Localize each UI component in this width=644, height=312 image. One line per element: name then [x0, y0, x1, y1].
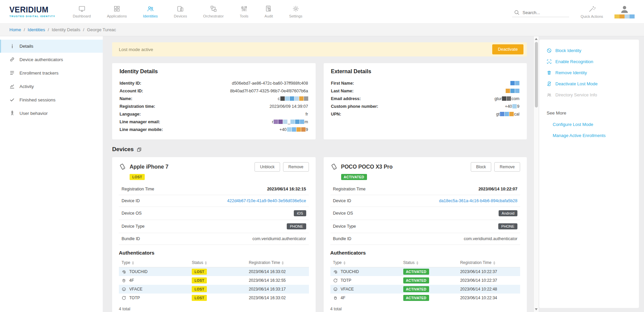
- device-type-badge: PHONE: [498, 223, 517, 229]
- nav-label: Audit: [265, 14, 273, 18]
- link-manage-active-enrollments[interactable]: Manage Active Enrollments: [539, 130, 639, 141]
- field-row-email-address: Email address: gturcom: [331, 95, 520, 102]
- nav-label: Identities: [143, 14, 158, 18]
- nav-item-audit[interactable]: Audit: [265, 5, 273, 18]
- breadcrumb-home[interactable]: Home: [9, 27, 21, 32]
- auth-type: TOUCHID: [341, 269, 359, 274]
- action-directory-service-info[interactable]: Directory Service Info: [539, 89, 639, 100]
- monitor-icon: [78, 5, 86, 12]
- brand-tagline: TRUSTED DIGITAL IDENTITY: [9, 15, 55, 18]
- device-card-apple-iphone-7: Apple iPhone 7 Unblock Remove LOST Regis…: [112, 157, 316, 312]
- action-enable-recognition[interactable]: Enable Recognition: [539, 56, 639, 67]
- auth-status-badge: ACTIVATED: [403, 286, 429, 292]
- sidebar-item-label: Enrollment trackers: [19, 71, 58, 76]
- search-input[interactable]: [522, 10, 564, 15]
- scroll-down-arrow-icon[interactable]: [535, 308, 538, 310]
- nav-item-identities[interactable]: Identities: [143, 5, 158, 18]
- column-registration-time[interactable]: Registration Time: [457, 258, 520, 267]
- bundle-id-value: com.veridiumid.authenticator: [464, 236, 517, 241]
- link-configure-lost-mode[interactable]: Configure Lost Mode: [539, 119, 639, 130]
- device-header: POCO POCO X3 Pro Block Remove: [330, 162, 520, 172]
- scrollbar-thumb[interactable]: [535, 42, 538, 107]
- brand-name: VERIDIUM: [9, 5, 55, 14]
- quick-actions-label: Quick Actions: [581, 14, 603, 18]
- user-avatar[interactable]: [614, 5, 635, 18]
- registration-time-value: 2023/06/14 10:22:07: [478, 187, 517, 191]
- directory-icon: [547, 92, 552, 97]
- device-status-row: ACTIVATED: [341, 174, 520, 180]
- device-row-bundle-id: Bundle ID com.veridiumid.authenticator: [330, 233, 520, 245]
- devices-icon: [177, 5, 184, 12]
- nav-label: Applications: [107, 14, 127, 18]
- devices-section-header: Devices: [112, 146, 527, 153]
- field-row-upn: UPN: gtcal: [331, 110, 520, 118]
- content-area: Details Device authenticators Enrollment…: [0, 36, 644, 312]
- orchestrator-icon: [210, 5, 217, 12]
- sidebar-item-finished-sessions[interactable]: Finished sessions: [0, 93, 103, 106]
- device-id-link[interactable]: da18ec5a-361a-4c16-b4b6-894cbafa5b28: [439, 198, 517, 203]
- sidebar-item-device-authenticators[interactable]: Device authenticators: [0, 53, 103, 66]
- auth-row-touchid: TOUCHID ACTIVATED 2023/06/14 10:22:37: [330, 267, 520, 276]
- hand-icon: [333, 296, 338, 300]
- breadcrumb: Home / Identities / Identity Details / G…: [0, 24, 644, 36]
- breadcrumb-separator: /: [48, 27, 49, 32]
- detail-cards-row: Identity Details Identity ID: d506ebd7-a…: [112, 63, 527, 139]
- nav-item-tools[interactable]: Tools: [240, 5, 248, 18]
- device-id-link[interactable]: 422d4b67-f10e-41a9-9e40-3e56d036e5ce: [227, 198, 306, 203]
- sidebar-item-details[interactable]: Details: [0, 40, 103, 53]
- unblock-button[interactable]: Unblock: [255, 162, 280, 172]
- veridium-logo[interactable]: VERIDIUM TRUSTED DIGITAL IDENTITY: [9, 5, 55, 18]
- auth-time: 2023/06/14 10:22:37: [457, 267, 520, 276]
- action-remove-identity[interactable]: Remove Identity: [539, 67, 639, 78]
- device-row-bundle-id: Bundle ID com.veridiumid.authenticator: [119, 233, 309, 245]
- block-button[interactable]: Block: [471, 162, 491, 172]
- field-label: First Name:: [331, 81, 354, 86]
- device-detail-rows: Registration Time 2023/06/14 16:32:15 De…: [119, 183, 309, 245]
- device-name: Apple iPhone 7: [130, 164, 169, 170]
- device-detail-rows: Registration Time 2023/06/14 10:22:07 De…: [330, 183, 520, 245]
- nav-label: Devices: [174, 14, 187, 18]
- nav-item-dashboard[interactable]: Dashboard: [73, 5, 91, 18]
- sidebar-item-activity[interactable]: Activity: [0, 80, 103, 93]
- auth-status-badge: LOST: [192, 286, 207, 292]
- field-label: Language:: [120, 112, 141, 117]
- nav-item-devices[interactable]: Devices: [174, 5, 187, 18]
- field-row-line-manager-email: Line manager email: r_m: [120, 118, 308, 126]
- external-window-icon[interactable]: [137, 147, 142, 152]
- auth-time: 2023/06/14 16:33:02: [246, 267, 309, 276]
- field-label: Identity ID:: [120, 81, 141, 86]
- field-label: Last Name:: [331, 89, 354, 93]
- device-header: Apple iPhone 7 Unblock Remove: [119, 162, 309, 172]
- quick-actions-button[interactable]: Quick Actions: [581, 5, 603, 18]
- action-block-identity[interactable]: Block Identity: [539, 45, 639, 56]
- deactivate-button[interactable]: Deactivate: [492, 44, 523, 54]
- sort-icon: [132, 261, 134, 265]
- device-row-device-id: Device ID 422d4b67-f10e-41a9-9e40-3e56d0…: [119, 195, 309, 207]
- column-type[interactable]: Type: [119, 258, 189, 267]
- nav-item-applications[interactable]: Applications: [107, 5, 127, 18]
- remove-button[interactable]: Remove: [283, 162, 309, 172]
- nav-item-orchestrator[interactable]: Orchestrator: [203, 5, 224, 18]
- sidebar-item-enrollment-trackers[interactable]: Enrollment trackers: [0, 66, 103, 80]
- auth-type: 4F: [341, 296, 346, 300]
- device-buttons: Block Remove: [471, 162, 520, 172]
- breadcrumb-identities[interactable]: Identities: [28, 27, 45, 32]
- hand-icon: [122, 278, 126, 283]
- action-deactivate-lost-mode[interactable]: Deactivate Lost Mode: [539, 78, 639, 89]
- search-box: [512, 8, 569, 17]
- scroll-up-arrow-icon[interactable]: [535, 38, 538, 40]
- sort-icon: [282, 261, 284, 265]
- column-type[interactable]: Type: [330, 258, 401, 267]
- device-status-badge: LOST: [130, 174, 145, 180]
- nav-item-settings[interactable]: Settings: [289, 5, 303, 18]
- column-registration-time[interactable]: Registration Time: [246, 258, 309, 267]
- auth-status-badge: LOST: [192, 277, 207, 283]
- device-row-device-type: Device Type PHONE: [330, 220, 520, 233]
- field-row-first-name: First Name:: [331, 79, 520, 87]
- sidebar-item-user-behavior[interactable]: User behavior: [0, 106, 103, 120]
- remove-button[interactable]: Remove: [494, 162, 520, 172]
- column-status[interactable]: Status: [401, 258, 458, 267]
- column-status[interactable]: Status: [189, 258, 246, 267]
- sidebar-item-label: Activity: [19, 84, 34, 89]
- action-label: Deactivate Lost Mode: [555, 81, 598, 86]
